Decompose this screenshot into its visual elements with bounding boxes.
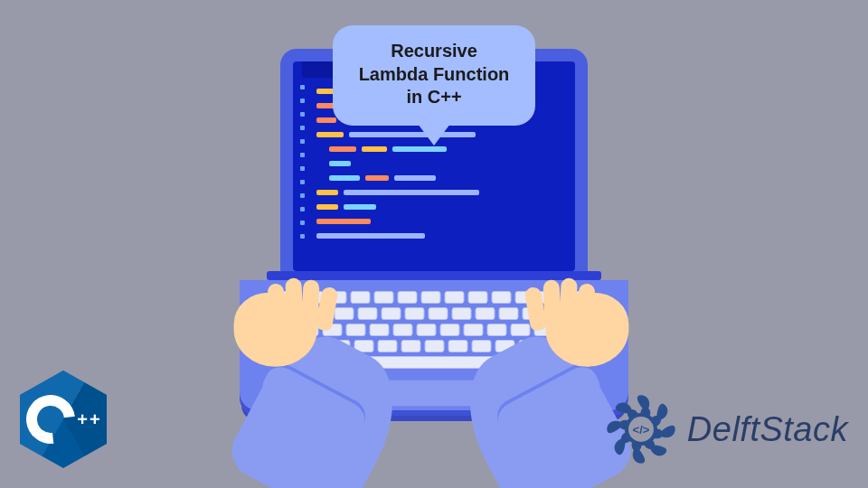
delftstack-wordmark: DelftStack	[687, 410, 848, 449]
cpp-logo: + +	[20, 371, 107, 468]
title-speech-bubble: Recursive Lambda Function in C++	[333, 25, 535, 126]
cpp-plus-1: +	[77, 409, 88, 430]
laptop-trackpad	[384, 380, 484, 407]
cpp-hexagon-icon: + +	[20, 371, 107, 468]
delftstack-code-icon: </>	[632, 423, 649, 436]
hand-left	[201, 263, 384, 487]
delftstack-gear-icon: </>	[604, 392, 678, 466]
cpp-c-icon	[16, 385, 85, 454]
bubble-line-1: Recursive	[345, 40, 523, 63]
cpp-plus-icon: + +	[77, 409, 99, 430]
cpp-plus-2: +	[90, 409, 100, 430]
delftstack-brand: </> DelftStack	[604, 392, 848, 466]
editor-gutter	[300, 85, 305, 239]
bubble-line-2: Lambda Function	[345, 63, 523, 87]
bubble-line-3: in C++	[345, 86, 523, 109]
